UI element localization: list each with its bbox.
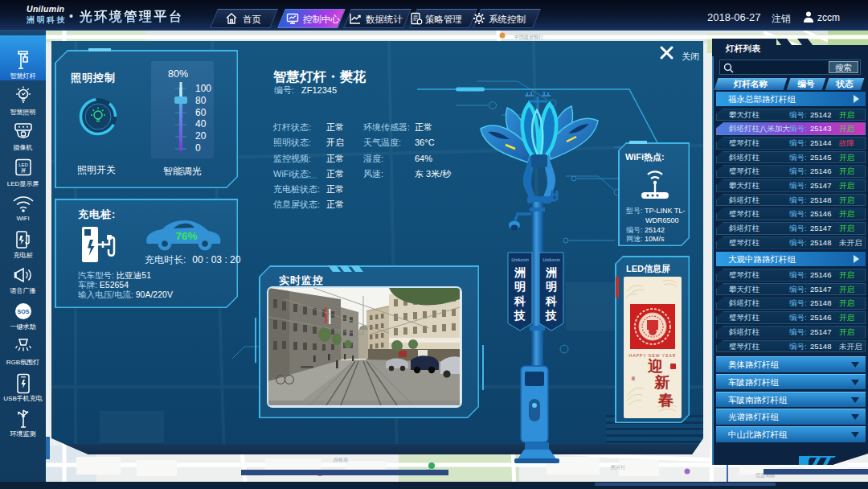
svg-text:Unilumin: Unilumin (511, 257, 528, 262)
svg-text:技: 技 (514, 309, 526, 322)
svg-text:SOS: SOS (17, 309, 29, 314)
svg-text:76%: 76% (175, 230, 197, 242)
svg-text:迎: 迎 (647, 358, 663, 375)
svg-text:欢度新春佳节: 欢度新春佳节 (631, 376, 636, 381)
svg-text:Unilumin: Unilumin (542, 257, 559, 262)
svg-text:科: 科 (545, 294, 557, 307)
svg-text:LED: LED (18, 162, 28, 167)
svg-text:新: 新 (653, 374, 669, 391)
svg-text:技: 技 (545, 309, 557, 322)
svg-text:西铁塔: 西铁塔 (334, 457, 348, 463)
svg-text:图片社: 图片社 (611, 465, 625, 471)
svg-text:洲: 洲 (514, 265, 526, 278)
svg-text:明: 明 (546, 280, 557, 293)
svg-text:明: 明 (514, 280, 526, 293)
svg-text:洲: 洲 (545, 265, 557, 278)
svg-text:中国建设银行: 中国建设银行 (514, 34, 543, 40)
svg-text:科: 科 (514, 294, 526, 307)
svg-text:春: 春 (657, 392, 674, 409)
svg-text:屏: 屏 (21, 168, 26, 173)
